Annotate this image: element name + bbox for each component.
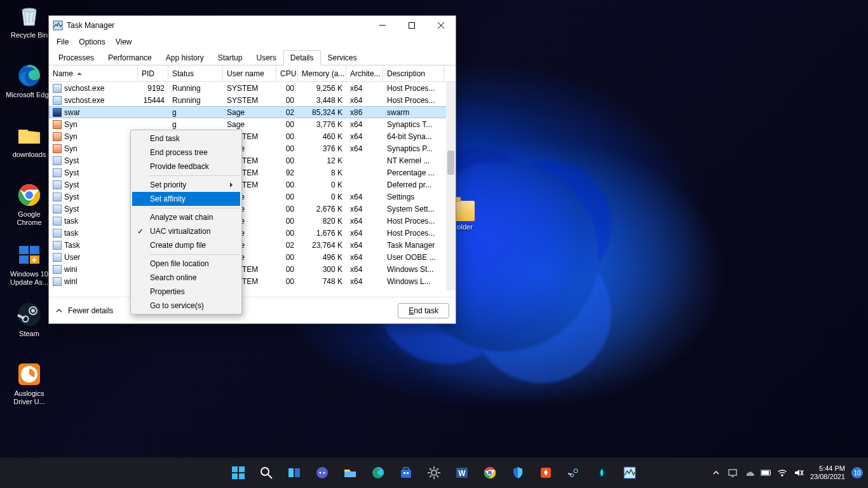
ctx-analyze-wait-chain[interactable]: Analyze wait chain [132,210,240,224]
table-row[interactable]: SyngSage00376 Kx64Synaptics P... [49,142,456,154]
chevron-up-icon [55,307,63,315]
taskbar-search[interactable] [254,460,279,485]
table-row[interactable]: taskgSage001,676 Kx64Host Proces... [49,227,456,239]
taskbar-swarm[interactable] [589,460,614,485]
maximize-button[interactable] [397,16,426,35]
taskbar-security[interactable] [505,460,531,485]
minimize-button[interactable] [368,16,397,35]
taskbar-chat[interactable] [309,460,335,485]
desktop-icon-win10-update-assistant[interactable]: Windows 10 Update As... [5,241,53,290]
table-row[interactable]: SystgSage002,676 Kx64System Sett... [49,203,456,215]
ctx-set-affinity[interactable]: Set affinity [132,192,240,206]
column-header-memory-a-[interactable]: Memory (a... [298,65,346,81]
taskbar-steam[interactable] [561,460,587,485]
tab-performance[interactable]: Performance [101,50,159,65]
notification-badge[interactable]: 10 [851,467,863,478]
ctx-go-to-service-s-[interactable]: Go to service(s) [132,299,240,313]
desktop-icon-chrome[interactable]: Google Chrome [5,182,53,230]
tab-details[interactable]: Details [283,50,321,65]
close-button[interactable] [426,16,456,35]
titlebar[interactable]: Task Manager [49,16,456,35]
desktop-icon-auslogics-driver[interactable]: Auslogics Driver U... [5,361,53,409]
table-row[interactable]: winlgSYSTEM00748 Kx64Windows L... [49,275,456,287]
menu-view[interactable]: View [111,36,137,48]
taskbar-start[interactable] [226,460,251,485]
column-header-description[interactable]: Description [383,65,444,81]
svg-rect-20 [239,466,245,472]
table-row[interactable]: svchost.exe15444RunningSYSTEM003,448 Kx6… [49,94,456,106]
tab-processes[interactable]: Processes [51,50,101,65]
column-header-user-name[interactable]: User name [223,65,276,81]
tab-app-history[interactable]: App history [159,50,211,65]
details-grid[interactable]: NamePIDStatusUser nameCPUMemory (a...Arc… [49,65,456,290]
table-row[interactable]: svchost.exe9192RunningSYSTEM009,256 Kx64… [49,82,456,94]
taskbar-chrome[interactable] [477,460,503,485]
desktop-icon-downloads-folder[interactable]: downloads [5,122,53,170]
taskbar-store[interactable] [393,460,419,485]
grid-header[interactable]: NamePIDStatusUser nameCPUMemory (a...Arc… [49,65,456,82]
desktop-icon-steam[interactable]: Steam [5,301,53,349]
fewer-details-link[interactable]: Fewer details [68,306,113,315]
vertical-scrollbar[interactable] [446,82,456,290]
ctx-create-dump-file[interactable]: Create dump file [132,238,240,252]
tray-chevron-up-icon[interactable] [711,468,721,478]
ctx-uac-virtualization[interactable]: UAC virtualization [132,224,240,238]
table-row[interactable]: SyngSage003,776 Kx64Synaptics T... [49,118,456,130]
table-row[interactable]: TaskgSage0223,764 Kx64Task Manager [49,239,456,251]
ctx-provide-feedback[interactable]: Provide feedback [132,159,240,173]
taskbar-explorer[interactable] [337,460,363,485]
window-footer: Fewer details End task [49,297,456,323]
column-header-name[interactable]: Name [49,65,138,81]
svg-rect-34 [403,472,405,474]
column-header-status[interactable]: Status [168,65,223,81]
column-header-cpu[interactable]: CPU [276,65,298,81]
icon-label: Auslogics Driver U... [5,390,53,406]
table-row[interactable]: taskgSage00820 Kx64Host Proces... [49,215,456,227]
svg-rect-22 [239,473,245,479]
tray-action-icon[interactable] [728,468,738,478]
menu-options[interactable]: Options [74,36,110,48]
ctx-end-task[interactable]: End task [132,132,240,146]
ctx-properties[interactable]: Properties [132,285,240,299]
tab-startup[interactable]: Startup [211,50,250,65]
tab-users[interactable]: Users [249,50,283,65]
desktop-icon-edge[interactable]: Microsoft Edge [5,62,53,111]
icon-label: Steam [19,330,39,338]
taskbar-clock[interactable]: 5:44 PM 23/08/2021 [810,464,845,481]
tray-battery-icon[interactable] [761,468,771,478]
ctx-search-online[interactable]: Search online [132,271,240,285]
table-row[interactable]: SyngSYSTEM00460 Kx6464-bit Syna... [49,130,456,142]
tray-wifi-icon[interactable] [777,468,787,478]
ctx-open-file-location[interactable]: Open file location [132,257,240,271]
table-row[interactable]: SystgSYSTEM928 KPercentage ... [49,166,456,179]
table-row[interactable]: SystgSYSTEM0012 KNT Kernel ... [49,154,456,166]
column-header-pid[interactable]: PID [138,65,168,81]
ctx-end-process-tree[interactable]: End process tree [132,146,240,159]
table-row[interactable]: winigSYSTEM00300 Kx64Windows St... [49,263,456,275]
taskbar-edge[interactable] [365,460,391,485]
taskbar-task-manager[interactable] [617,460,642,485]
taskbar[interactable]: W 5:44 PM 23/08/2021 10 [0,458,868,488]
tray-onedrive-icon[interactable] [744,468,754,478]
scrollbar-thumb[interactable] [447,151,454,175]
table-row[interactable]: UsergSage00496 Kx64User OOBE ... [49,251,456,263]
taskbar-brave[interactable] [533,460,559,485]
context-menu[interactable]: End taskEnd process treeProvide feedback… [130,130,242,315]
svg-line-24 [268,475,272,478]
desktop-icon-recycle-bin[interactable]: Recycle Bin [5,3,53,51]
end-task-button[interactable]: End task [398,303,449,318]
svg-rect-16 [409,23,415,29]
ctx-set-priority[interactable]: Set priority [132,178,240,192]
taskbar-word[interactable]: W [449,460,475,485]
table-row[interactable]: SystgSYSTEM000 KDeferred pr... [49,179,456,191]
column-header-archite-[interactable]: Archite... [346,65,383,81]
table-row[interactable]: swargSage0285,324 Kx86swarm [49,106,456,118]
menu-file[interactable]: File [51,36,74,48]
tray-volume-icon[interactable] [794,468,804,478]
table-row[interactable]: SystdedSage000 Kx64Settings [49,191,456,203]
taskbar-task-view[interactable] [281,460,307,485]
tab-services[interactable]: Services [321,50,364,65]
system-tray[interactable]: 5:44 PM 23/08/2021 10 [711,464,863,481]
grid-body[interactable]: svchost.exe9192RunningSYSTEM009,256 Kx64… [49,82,456,287]
taskbar-settings[interactable] [421,460,447,485]
